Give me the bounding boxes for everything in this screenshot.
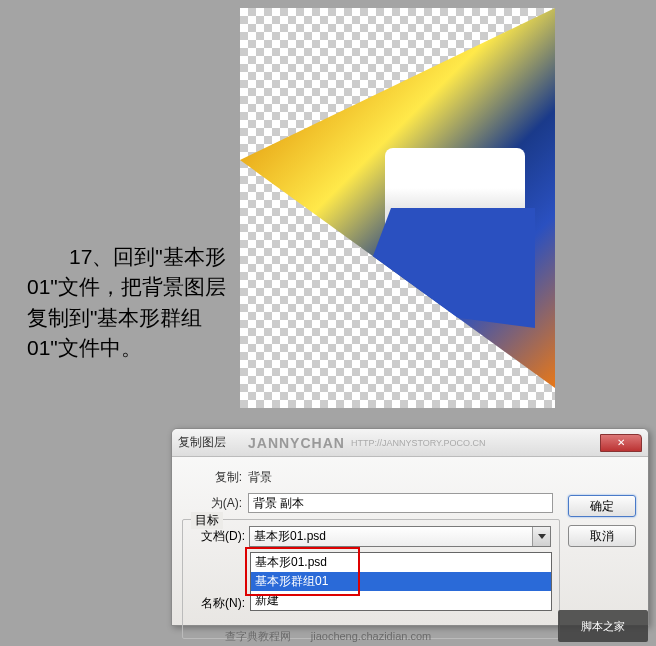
footer-brand-badge: 脚本之家 [558, 610, 648, 642]
document-select-value: 基本形01.psd [254, 528, 326, 545]
dialog-title: 复制图层 [178, 434, 226, 451]
footer-brand: 脚本之家 [581, 619, 625, 634]
close-button[interactable]: ✕ [600, 434, 642, 452]
document-label: 文档(D): [191, 528, 245, 545]
target-fieldset: 目标 文档(D): 基本形01.psd 基本形01.psd 基本形群组01 新建… [182, 519, 560, 639]
copy-label: 复制: [182, 469, 242, 486]
name-label: 名称(N): [191, 595, 245, 612]
document-dropdown-list: 基本形01.psd 基本形群组01 新建 [250, 552, 552, 611]
ok-button[interactable]: 确定 [568, 495, 636, 517]
image-region [355, 208, 535, 328]
duplicate-layer-dialog: 复制图层 JANNYCHAN HTTP://JANNYSTORY.POCO.CN… [171, 428, 649, 626]
ok-button-label: 确定 [590, 498, 614, 515]
masked-image [240, 8, 555, 388]
cancel-button-label: 取消 [590, 528, 614, 545]
document-select[interactable]: 基本形01.psd [249, 526, 551, 547]
footer-url: jiaocheng.chazidian.com [311, 630, 431, 642]
dropdown-item[interactable]: 基本形群组01 [251, 572, 551, 591]
footer-site: 查字典教程网 [225, 629, 291, 644]
as-label: 为(A): [182, 495, 242, 512]
as-input[interactable] [248, 493, 553, 513]
cancel-button[interactable]: 取消 [568, 525, 636, 547]
dropdown-item[interactable]: 基本形01.psd [251, 553, 551, 572]
dialog-titlebar[interactable]: 复制图层 JANNYCHAN HTTP://JANNYSTORY.POCO.CN… [172, 429, 648, 457]
chevron-down-icon [532, 527, 550, 546]
copy-value: 背景 [248, 469, 272, 486]
watermark-text: JANNYCHAN [248, 435, 345, 451]
tutorial-step-text: 17、回到"基本形01"文件，把背景图层复制到"基本形群组01"文件中。 [27, 242, 227, 364]
close-icon: ✕ [617, 437, 625, 448]
dropdown-item[interactable]: 新建 [251, 591, 551, 610]
watermark-url: HTTP://JANNYSTORY.POCO.CN [351, 438, 486, 448]
document-canvas [240, 8, 555, 408]
